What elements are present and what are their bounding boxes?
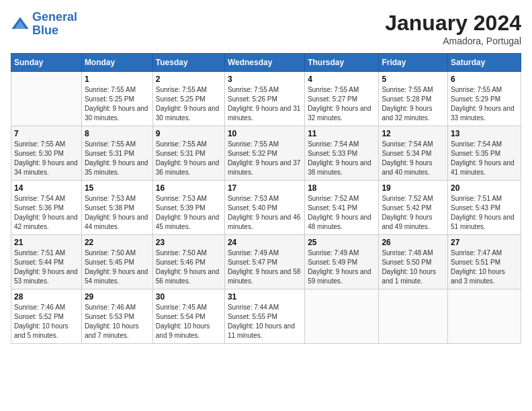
calendar-cell: 7Sunrise: 7:55 AMSunset: 5:30 PMDaylight…: [11, 126, 82, 181]
day-info: Sunrise: 7:55 AMSunset: 5:31 PMDaylight:…: [156, 140, 222, 177]
day-info: Sunrise: 7:44 AMSunset: 5:55 PMDaylight:…: [228, 303, 302, 340]
day-number: 28: [14, 292, 79, 302]
calendar-cell: 2Sunrise: 7:55 AMSunset: 5:25 PMDaylight…: [152, 72, 224, 126]
calendar-cell: 5Sunrise: 7:55 AMSunset: 5:28 PMDaylight…: [379, 72, 448, 126]
calendar-cell: [379, 289, 448, 344]
logo-text: General Blue: [32, 11, 77, 38]
day-info: Sunrise: 7:54 AMSunset: 5:33 PMDaylight:…: [308, 140, 375, 177]
calendar-cell: 6Sunrise: 7:55 AMSunset: 5:29 PMDaylight…: [448, 72, 521, 126]
day-number: 18: [308, 183, 375, 193]
calendar-cell: 1Sunrise: 7:55 AMSunset: 5:25 PMDaylight…: [81, 72, 152, 126]
day-number: 3: [228, 75, 302, 84]
day-number: 19: [382, 183, 445, 193]
page-header: General Blue January 2024 Amadora, Portu…: [11, 11, 521, 46]
header-wednesday: Wednesday: [224, 54, 304, 72]
day-number: 27: [451, 238, 518, 247]
day-number: 6: [451, 75, 518, 84]
calendar-cell: 27Sunrise: 7:47 AMSunset: 5:51 PMDayligh…: [448, 235, 521, 289]
day-info: Sunrise: 7:50 AMSunset: 5:46 PMDaylight:…: [156, 248, 222, 286]
day-info: Sunrise: 7:55 AMSunset: 5:27 PMDaylight:…: [308, 85, 375, 123]
calendar-cell: 13Sunrise: 7:54 AMSunset: 5:35 PMDayligh…: [448, 126, 521, 181]
day-info: Sunrise: 7:48 AMSunset: 5:50 PMDaylight:…: [382, 248, 445, 286]
day-info: Sunrise: 7:55 AMSunset: 5:25 PMDaylight:…: [156, 85, 222, 123]
header-tuesday: Tuesday: [152, 54, 224, 72]
logo-line1: General: [32, 10, 77, 24]
calendar-cell: 15Sunrise: 7:53 AMSunset: 5:38 PMDayligh…: [81, 181, 152, 235]
calendar-cell: 29Sunrise: 7:46 AMSunset: 5:53 PMDayligh…: [81, 289, 152, 344]
calendar-cell: 31Sunrise: 7:44 AMSunset: 5:55 PMDayligh…: [224, 289, 304, 344]
day-info: Sunrise: 7:52 AMSunset: 5:41 PMDaylight:…: [308, 194, 375, 232]
day-info: Sunrise: 7:46 AMSunset: 5:53 PMDaylight:…: [85, 303, 150, 340]
day-number: 21: [14, 238, 79, 247]
calendar-week-row: 1Sunrise: 7:55 AMSunset: 5:25 PMDaylight…: [11, 72, 521, 126]
calendar-cell: 16Sunrise: 7:53 AMSunset: 5:39 PMDayligh…: [152, 181, 224, 235]
calendar-cell: 8Sunrise: 7:55 AMSunset: 5:31 PMDaylight…: [81, 126, 152, 181]
calendar-week-row: 21Sunrise: 7:51 AMSunset: 5:44 PMDayligh…: [11, 235, 521, 289]
day-number: 26: [382, 238, 445, 247]
day-info: Sunrise: 7:49 AMSunset: 5:47 PMDaylight:…: [228, 248, 302, 286]
day-info: Sunrise: 7:50 AMSunset: 5:45 PMDaylight:…: [85, 248, 150, 286]
day-info: Sunrise: 7:51 AMSunset: 5:44 PMDaylight:…: [14, 248, 79, 286]
calendar-cell: 23Sunrise: 7:50 AMSunset: 5:46 PMDayligh…: [152, 235, 224, 289]
header-friday: Friday: [379, 54, 448, 72]
day-info: Sunrise: 7:51 AMSunset: 5:43 PMDaylight:…: [451, 194, 518, 232]
day-number: 30: [156, 292, 222, 302]
day-number: 14: [14, 183, 79, 193]
logo: General Blue: [11, 11, 77, 38]
calendar-cell: 3Sunrise: 7:55 AMSunset: 5:26 PMDaylight…: [224, 72, 304, 126]
day-info: Sunrise: 7:55 AMSunset: 5:26 PMDaylight:…: [228, 85, 302, 123]
calendar-cell: 22Sunrise: 7:50 AMSunset: 5:45 PMDayligh…: [81, 235, 152, 289]
day-info: Sunrise: 7:55 AMSunset: 5:25 PMDaylight:…: [85, 85, 150, 123]
day-info: Sunrise: 7:55 AMSunset: 5:31 PMDaylight:…: [85, 140, 150, 177]
calendar-cell: 20Sunrise: 7:51 AMSunset: 5:43 PMDayligh…: [448, 181, 521, 235]
day-info: Sunrise: 7:52 AMSunset: 5:42 PMDaylight:…: [382, 194, 445, 232]
day-number: 8: [85, 129, 150, 138]
calendar-cell: [305, 289, 379, 344]
calendar-cell: 28Sunrise: 7:46 AMSunset: 5:52 PMDayligh…: [11, 289, 82, 344]
header-sunday: Sunday: [11, 54, 82, 72]
calendar-cell: 21Sunrise: 7:51 AMSunset: 5:44 PMDayligh…: [11, 235, 82, 289]
header-row: SundayMondayTuesdayWednesdayThursdayFrid…: [11, 54, 521, 72]
calendar-cell: [448, 289, 521, 344]
day-info: Sunrise: 7:49 AMSunset: 5:49 PMDaylight:…: [308, 248, 375, 286]
day-number: 10: [228, 129, 302, 138]
calendar-cell: 11Sunrise: 7:54 AMSunset: 5:33 PMDayligh…: [305, 126, 379, 181]
day-info: Sunrise: 7:45 AMSunset: 5:54 PMDaylight:…: [156, 303, 222, 340]
calendar-cell: 4Sunrise: 7:55 AMSunset: 5:27 PMDaylight…: [305, 72, 379, 126]
day-number: 29: [85, 292, 150, 302]
day-number: 23: [156, 238, 222, 247]
calendar-cell: 25Sunrise: 7:49 AMSunset: 5:49 PMDayligh…: [305, 235, 379, 289]
calendar-cell: 30Sunrise: 7:45 AMSunset: 5:54 PMDayligh…: [152, 289, 224, 344]
calendar-cell: 17Sunrise: 7:53 AMSunset: 5:40 PMDayligh…: [224, 181, 304, 235]
day-number: 31: [228, 292, 302, 302]
calendar-body: 1Sunrise: 7:55 AMSunset: 5:25 PMDaylight…: [11, 72, 521, 344]
day-info: Sunrise: 7:55 AMSunset: 5:28 PMDaylight:…: [382, 85, 445, 123]
day-number: 24: [228, 238, 302, 247]
day-info: Sunrise: 7:55 AMSunset: 5:30 PMDaylight:…: [14, 140, 79, 177]
day-number: 1: [85, 75, 150, 84]
day-number: 12: [382, 129, 445, 138]
calendar-cell: 18Sunrise: 7:52 AMSunset: 5:41 PMDayligh…: [305, 181, 379, 235]
calendar-cell: 9Sunrise: 7:55 AMSunset: 5:31 PMDaylight…: [152, 126, 224, 181]
day-number: 17: [228, 183, 302, 193]
calendar-cell: 12Sunrise: 7:54 AMSunset: 5:34 PMDayligh…: [379, 126, 448, 181]
calendar-cell: 14Sunrise: 7:54 AMSunset: 5:36 PMDayligh…: [11, 181, 82, 235]
calendar-header: SundayMondayTuesdayWednesdayThursdayFrid…: [11, 54, 521, 72]
day-number: 25: [308, 238, 375, 247]
day-number: 22: [85, 238, 150, 247]
day-number: 11: [308, 129, 375, 138]
day-number: 20: [451, 183, 518, 193]
calendar-week-row: 28Sunrise: 7:46 AMSunset: 5:52 PMDayligh…: [11, 289, 521, 344]
day-info: Sunrise: 7:53 AMSunset: 5:39 PMDaylight:…: [156, 194, 222, 232]
header-monday: Monday: [81, 54, 152, 72]
day-info: Sunrise: 7:54 AMSunset: 5:35 PMDaylight:…: [451, 140, 518, 177]
header-thursday: Thursday: [305, 54, 379, 72]
logo-icon: [11, 15, 30, 34]
day-number: 4: [308, 75, 375, 84]
title-block: January 2024 Amadora, Portugal: [385, 11, 521, 46]
day-number: 16: [156, 183, 222, 193]
day-number: 9: [156, 129, 222, 138]
day-info: Sunrise: 7:55 AMSunset: 5:32 PMDaylight:…: [228, 140, 302, 177]
calendar-week-row: 14Sunrise: 7:54 AMSunset: 5:36 PMDayligh…: [11, 181, 521, 235]
calendar-table: SundayMondayTuesdayWednesdayThursdayFrid…: [11, 53, 521, 344]
